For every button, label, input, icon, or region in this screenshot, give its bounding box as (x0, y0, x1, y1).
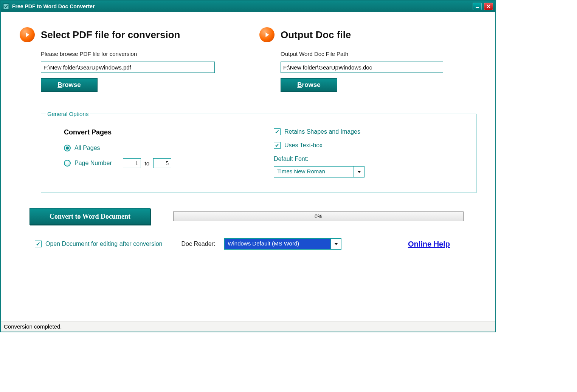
general-legend: General Options (46, 111, 90, 117)
page-number-label: Page Number (74, 160, 112, 167)
checkbox-icon (274, 128, 281, 135)
open-after-checkbox[interactable]: Open Document for editing after conversi… (35, 241, 163, 247)
input-section: Select PDF file for conversion Please br… (20, 27, 237, 92)
all-pages-radio[interactable]: All Pages (64, 145, 251, 151)
play-icon (259, 27, 275, 42)
doc-reader-combo[interactable]: Windows Default (MS Word) (224, 238, 341, 250)
page-from-input[interactable] (123, 158, 141, 168)
play-icon (20, 27, 35, 42)
output-label: Output Word Doc File Path (281, 51, 476, 57)
default-font-label: Default Font: (274, 156, 461, 162)
svg-rect-1 (476, 7, 479, 8)
output-heading: Output Doc file (281, 29, 351, 41)
input-label: Please browse PDF file for conversion (41, 51, 237, 57)
page-to-input[interactable] (153, 158, 171, 168)
minimize-button[interactable] (473, 3, 482, 10)
general-options-group: General Options Convert Pages All Pages … (41, 111, 476, 193)
all-pages-label: All Pages (74, 145, 100, 151)
window-title: Free PDF to Word Doc Converter (12, 3, 473, 9)
input-browse-button[interactable]: BBrowserowse (41, 78, 98, 92)
default-font-value: Times New Roman (274, 167, 354, 177)
chevron-down-icon[interactable] (330, 239, 341, 249)
textbox-label: Uses Text-box (284, 142, 323, 149)
output-section: Output Doc file Output Word Doc File Pat… (259, 27, 476, 92)
chevron-down-icon[interactable] (354, 167, 364, 177)
status-text: Conversion completed. (4, 323, 62, 330)
textbox-checkbox[interactable]: Uses Text-box (274, 142, 461, 149)
content-area: Select PDF file for conversion Please br… (1, 12, 495, 321)
doc-reader-value: Windows Default (MS Word) (225, 239, 330, 249)
close-button[interactable] (484, 3, 493, 10)
open-after-label: Open Document for editing after conversi… (45, 241, 163, 247)
default-font-combo[interactable]: Times New Roman (274, 166, 365, 177)
radio-icon (64, 145, 71, 151)
titlebar: Free PDF to Word Doc Converter (1, 1, 495, 12)
input-path-field[interactable] (41, 62, 215, 73)
status-bar: Conversion completed. (1, 321, 495, 332)
online-help-link[interactable]: Online Help (408, 240, 450, 248)
radio-icon (64, 160, 71, 167)
convert-button[interactable]: Convert to Word Document (29, 208, 150, 225)
retains-label: Retains Shapes and Images (284, 128, 360, 135)
retains-checkbox[interactable]: Retains Shapes and Images (274, 128, 461, 135)
checkbox-icon (35, 241, 42, 247)
app-window: Free PDF to Word Doc Converter Select PD… (0, 0, 496, 332)
progress-text: 0% (315, 213, 322, 219)
input-heading: Select PDF file for conversion (41, 29, 180, 41)
page-number-radio[interactable]: Page Number to (64, 158, 251, 168)
doc-reader-label: Doc Reader: (181, 241, 216, 247)
app-icon (3, 3, 9, 9)
progress-bar: 0% (173, 211, 464, 221)
to-label: to (145, 160, 150, 167)
convert-pages-title: Convert Pages (64, 128, 251, 136)
output-browse-button[interactable]: BBrowserowse (281, 78, 337, 92)
checkbox-icon (274, 142, 281, 149)
output-path-field[interactable] (281, 62, 443, 73)
